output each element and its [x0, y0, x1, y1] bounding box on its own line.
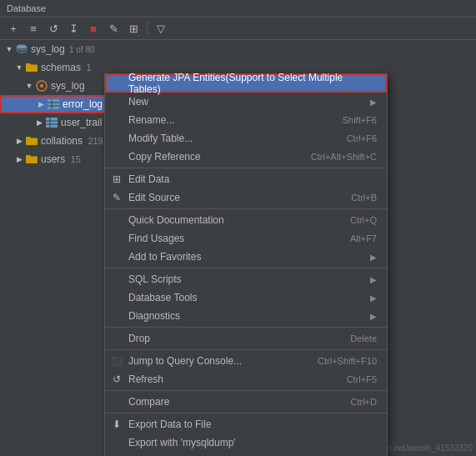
tree-label: sys_log 1 of 80	[31, 43, 95, 55]
folder-icon	[25, 61, 38, 74]
refresh-button[interactable]: ↺	[45, 20, 62, 37]
tree-label: users 15	[41, 153, 81, 165]
shortcut: Delete	[350, 333, 377, 343]
toolbar: + ≡ ↺ ↧ ■ ✎ ⊞ ▽	[0, 18, 476, 40]
svg-rect-3	[48, 99, 59, 109]
submenu-arrow: ▶	[370, 293, 377, 303]
tree-label: collations 219	[41, 135, 103, 147]
tree-arrow	[13, 153, 25, 165]
schema-icon	[35, 79, 48, 93]
menu-item-modify-table[interactable]: Modify Table... Ctrl+F6	[105, 129, 387, 148]
menu-label: Refresh	[128, 373, 163, 385]
tree-item-sys_log[interactable]: sys_log 1 of 80	[0, 40, 154, 58]
menu-label: Generate JPA Entities(Support to Select …	[128, 72, 377, 95]
add-button[interactable]: +	[5, 20, 22, 37]
context-menu: Generate JPA Entities(Support to Select …	[104, 73, 388, 456]
refresh-icon: ↺	[110, 373, 123, 386]
menu-item-compare[interactable]: Compare Ctrl+D	[105, 393, 387, 411]
shortcut: Ctrl+B	[351, 193, 377, 203]
menu-item-import-file[interactable]: ⬆ Import Data from File...	[105, 452, 387, 456]
menu-label: New	[128, 96, 148, 108]
shortcut: Shift+F6	[343, 115, 377, 125]
shortcut: Ctrl+Shift+F10	[318, 356, 377, 366]
table-icon	[47, 98, 60, 111]
submenu-arrow: ▶	[370, 275, 377, 284]
shortcut: Ctrl+F6	[347, 133, 377, 143]
menu-item-add-favorites[interactable]: Add to Favorites ▶	[105, 248, 387, 266]
edit-button[interactable]: ✎	[105, 20, 122, 37]
shortcut: Ctrl+F5	[347, 374, 377, 384]
tree-label: sys_log	[51, 80, 85, 92]
menu-item-find-usages[interactable]: Find Usages Alt+F7	[105, 229, 387, 248]
menu-label: Add to Favorites	[128, 251, 201, 263]
menu-label: Edit Source	[128, 192, 180, 203]
filter2-button[interactable]: ▽	[153, 20, 169, 37]
grid-icon: ⊞	[110, 173, 123, 186]
shortcut: Ctrl+Alt+Shift+C	[311, 152, 377, 162]
menu-label: Compare	[128, 396, 169, 408]
menu-separator	[105, 413, 387, 413]
shortcut: Ctrl+D	[351, 397, 377, 407]
menu-item-edit-data[interactable]: ⊞ Edit Data	[105, 170, 387, 188]
database-panel: Database + ≡ ↺ ↧ ■ ✎ ⊞ ▽ s	[0, 0, 476, 456]
submenu-arrow: ▶	[370, 253, 377, 262]
menu-label: Drop	[128, 333, 150, 344]
db-icon	[15, 43, 28, 56]
content-area: sys_log 1 of 80 schemas 1	[0, 40, 476, 456]
table-icon	[45, 116, 58, 129]
menu-item-new[interactable]: New ▶	[105, 93, 387, 111]
menu-item-export-file[interactable]: ⬇ Export Data to File	[105, 415, 387, 433]
tree-arrow	[35, 98, 47, 110]
stop-button[interactable]: ■	[85, 20, 102, 37]
menu-item-diagnostics[interactable]: Diagnostics ▶	[105, 307, 387, 325]
menu-label: Export Data to File	[128, 418, 211, 430]
console-icon: ⬛	[110, 354, 123, 368]
menu-label: Copy Reference	[128, 151, 201, 163]
menu-item-refresh[interactable]: ↺ Refresh Ctrl+F5	[105, 370, 387, 388]
menu-label: Quick Documentation	[128, 214, 224, 226]
menu-item-edit-source[interactable]: ✎ Edit Source Ctrl+B	[105, 188, 387, 207]
menu-label: Export with 'mysqldump'	[128, 437, 236, 448]
svg-rect-7	[46, 118, 58, 128]
folder-icon	[25, 153, 38, 166]
menu-item-quick-doc[interactable]: Quick Documentation Ctrl+Q	[105, 211, 387, 229]
tree-arrow	[33, 117, 45, 128]
tree-label: error_log	[63, 98, 103, 110]
menu-item-generate-jpa[interactable]: Generate JPA Entities(Support to Select …	[105, 74, 387, 93]
menu-label: Diagnostics	[128, 310, 180, 322]
svg-point-0	[17, 45, 27, 49]
menu-separator	[105, 168, 387, 168]
tree-arrow	[23, 80, 35, 92]
menu-separator	[105, 208, 387, 209]
menu-item-rename[interactable]: Rename... Shift+F6	[105, 111, 387, 129]
menu-label: Find Usages	[128, 233, 184, 244]
menu-item-jump-query[interactable]: ⬛ Jump to Query Console... Ctrl+Shift+F1…	[105, 352, 387, 370]
menu-item-copy-reference[interactable]: Copy Reference Ctrl+Alt+Shift+C	[105, 148, 387, 166]
menu-separator	[105, 327, 387, 328]
menu-label: Rename...	[128, 114, 174, 126]
menu-label: Database Tools	[128, 292, 198, 303]
pencil-icon: ✎	[110, 191, 123, 204]
menu-item-db-tools[interactable]: Database Tools ▶	[105, 288, 387, 307]
folder-icon	[25, 134, 38, 148]
menu-item-drop[interactable]: Drop Delete	[105, 329, 387, 348]
grid-button[interactable]: ⊞	[125, 20, 142, 37]
svg-point-2	[40, 84, 43, 88]
menu-separator	[105, 349, 387, 350]
menu-item-export-mysqldump[interactable]: Export with 'mysqldump'	[105, 433, 387, 452]
menu-label: Edit Data	[128, 173, 169, 185]
menu-label: Modify Table...	[128, 133, 193, 144]
tree-arrow	[3, 43, 15, 55]
tree-label: user_trail	[61, 117, 102, 128]
menu-separator	[105, 390, 387, 391]
download-icon: ⬇	[110, 418, 123, 431]
shortcut: Alt+F7	[350, 233, 377, 243]
filter-button[interactable]: ↧	[65, 20, 82, 37]
tree-label: schemas 1	[41, 62, 92, 73]
menu-button[interactable]: ≡	[25, 20, 42, 37]
menu-label: SQL Scripts	[128, 273, 182, 285]
toolbar-separator	[147, 22, 148, 35]
menu-item-sql-scripts[interactable]: SQL Scripts ▶	[105, 270, 387, 288]
panel-title: Database	[0, 0, 476, 18]
submenu-arrow: ▶	[370, 98, 377, 107]
